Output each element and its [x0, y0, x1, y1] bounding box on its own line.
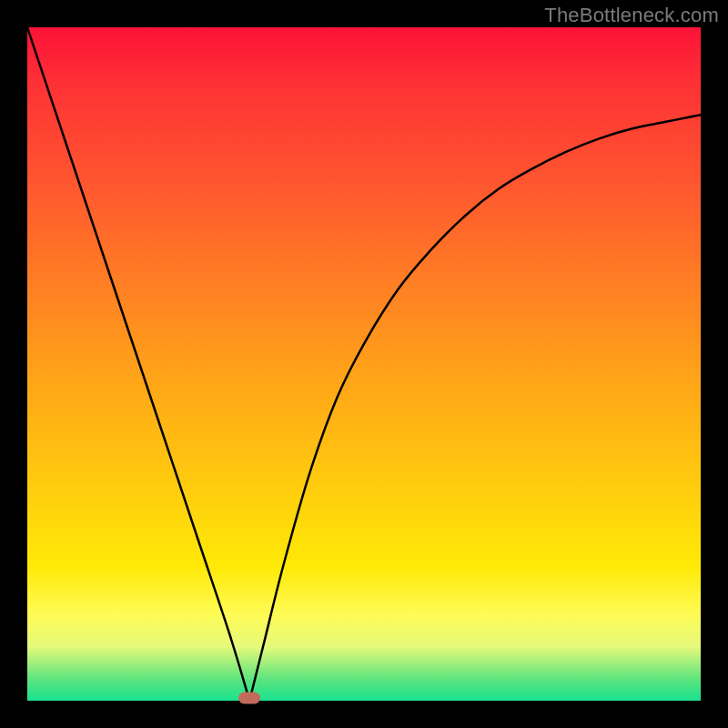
watermark-text: TheBottleneck.com [544, 4, 719, 27]
optimum-marker [238, 693, 260, 704]
plot-area [27, 27, 701, 701]
bottleneck-curve [27, 27, 701, 701]
chart-container: TheBottleneck.com [0, 0, 728, 728]
